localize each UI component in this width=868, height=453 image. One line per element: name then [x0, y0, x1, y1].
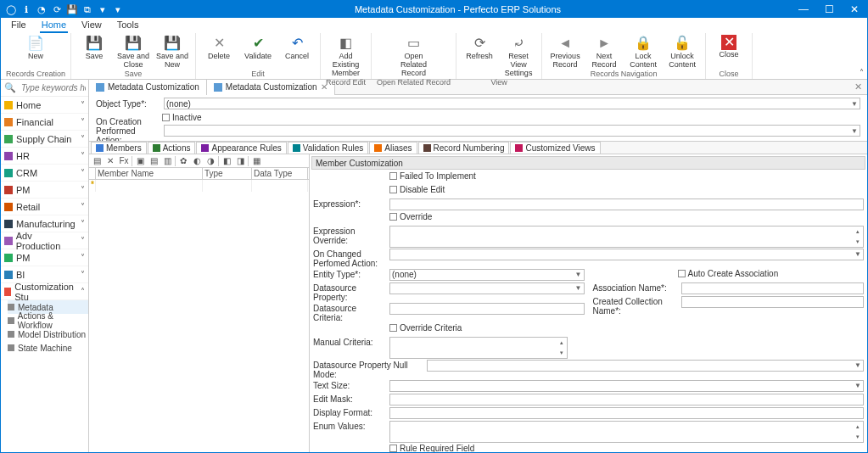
- grid-btn2-icon[interactable]: ▤: [148, 155, 160, 167]
- object-type-field[interactable]: (none) ▼: [164, 98, 860, 109]
- failed-checkbox[interactable]: Failed To Implement: [389, 171, 476, 181]
- chevron-down-icon[interactable]: ▼: [851, 127, 858, 135]
- qat-more-icon[interactable]: ▾: [111, 3, 125, 16]
- delete-button[interactable]: ✕Delete: [201, 35, 237, 61]
- document-tab[interactable]: Metadata Customization: [89, 80, 207, 95]
- grid-btn5-icon[interactable]: ◐: [191, 155, 203, 167]
- chevron-down-icon[interactable]: ▼: [851, 100, 858, 108]
- close-button[interactable]: ✕Close: [711, 35, 747, 59]
- on-creation-field[interactable]: ▼: [164, 125, 860, 137]
- sidebar-item-financial[interactable]: Financial˅: [1, 114, 88, 131]
- sidebar-sub-state[interactable]: State Machine: [8, 341, 88, 355]
- reset-view-button[interactable]: ⤾Reset View Settings: [501, 35, 536, 78]
- rule-required-checkbox[interactable]: Rule Required Field: [389, 444, 474, 452]
- chevron-down-icon[interactable]: ˅: [81, 151, 85, 160]
- sidebar-item-advprod[interactable]: Adv Production˅: [1, 232, 88, 249]
- ds-property-field[interactable]: ▼: [389, 282, 585, 294]
- text-size-field[interactable]: ▼: [389, 380, 864, 392]
- expression-field[interactable]: [389, 199, 864, 210]
- grid-col-header[interactable]: Type: [203, 168, 252, 179]
- subtab-members[interactable]: Members: [91, 142, 147, 154]
- chevron-down-icon[interactable]: ▼: [575, 284, 582, 292]
- subtab-aliases[interactable]: Aliases: [369, 142, 417, 154]
- ds-null-mode-field[interactable]: ▼: [427, 360, 864, 372]
- chevron-down-icon[interactable]: ˅: [81, 270, 85, 279]
- enum-values-field[interactable]: ▴▾: [389, 421, 864, 443]
- menu-tools[interactable]: Tools: [115, 18, 141, 33]
- prev-button[interactable]: ◄Previous Record: [547, 35, 583, 70]
- created-coll-field[interactable]: [681, 296, 865, 308]
- display-format-field[interactable]: [389, 407, 864, 419]
- chevron-down-icon[interactable]: ▼: [854, 382, 861, 389]
- qat-saveall-icon[interactable]: ⧉: [81, 3, 94, 16]
- next-button[interactable]: ►Next Record: [586, 35, 622, 70]
- manual-criteria-field[interactable]: ▴▾: [389, 337, 568, 359]
- chevron-down-icon[interactable]: ▼: [854, 361, 861, 369]
- menu-file[interactable]: File: [9, 18, 28, 33]
- refresh-button[interactable]: ⟳Refresh: [462, 35, 497, 61]
- save-close-button[interactable]: 💾Save and Close: [115, 35, 151, 70]
- qat-clock-icon[interactable]: ◔: [35, 3, 48, 16]
- save-button[interactable]: 💾Save: [76, 35, 112, 61]
- subtab-recnum[interactable]: Record Numbering: [418, 142, 510, 154]
- close-window-button[interactable]: ✕: [842, 1, 867, 18]
- save-new-button[interactable]: 💾Save and New: [154, 35, 190, 70]
- grid-btn9-icon[interactable]: ▦: [250, 155, 262, 167]
- sidebar-item-pm[interactable]: PM˅: [1, 182, 88, 199]
- grid-add-icon[interactable]: ▤: [91, 155, 103, 167]
- grid-delete-icon[interactable]: ✕: [104, 155, 116, 167]
- search-input[interactable]: [20, 82, 87, 93]
- chevron-down-icon[interactable]: ˅: [81, 117, 85, 126]
- unlock-button[interactable]: 🔓Unlock Content: [664, 35, 700, 70]
- chevron-down-icon[interactable]: ˅: [81, 236, 85, 245]
- validate-button[interactable]: ✔Validate: [240, 35, 276, 61]
- edit-mask-field[interactable]: [389, 394, 864, 405]
- sidebar-sub-actions[interactable]: Actions & Workflow: [8, 314, 88, 327]
- sidebar-item-crm[interactable]: CRM˅: [1, 165, 88, 182]
- add-existing-button[interactable]: ◧Add Existing Member: [328, 35, 364, 78]
- grid-btn1-icon[interactable]: ▣: [134, 155, 146, 167]
- close-all-tabs-icon[interactable]: ✕: [849, 81, 867, 92]
- chevron-down-icon[interactable]: ˅: [81, 168, 85, 177]
- chevron-down-icon[interactable]: ˅: [81, 253, 85, 262]
- chevron-down-icon[interactable]: ˅: [81, 185, 85, 194]
- grid-btn8-icon[interactable]: ◨: [234, 155, 246, 167]
- grid-btn3-icon[interactable]: ▥: [161, 155, 173, 167]
- expr-override-field[interactable]: ▴▾: [389, 226, 864, 248]
- qat-save-icon[interactable]: 💾: [65, 3, 79, 16]
- auto-create-checkbox[interactable]: Auto Create Association: [678, 269, 779, 278]
- chevron-down-icon[interactable]: ˅: [81, 219, 85, 228]
- grid-btn6-icon[interactable]: ◑: [204, 155, 216, 167]
- sidebar-sub-model[interactable]: Model Distribution: [8, 327, 88, 341]
- sidebar-item-cust[interactable]: Customization Stu˄: [1, 283, 88, 300]
- assoc-name-field[interactable]: [681, 282, 865, 294]
- grid-col-header[interactable]: Data Type: [252, 168, 308, 179]
- new-button[interactable]: 📄New: [18, 35, 53, 61]
- ribbon-collapse-icon[interactable]: ˄: [860, 68, 864, 77]
- cancel-button[interactable]: ↶Cancel: [279, 35, 315, 61]
- qat-refresh-icon[interactable]: ⟳: [50, 3, 64, 16]
- maximize-button[interactable]: ☐: [816, 1, 842, 18]
- menu-home[interactable]: Home: [40, 18, 68, 33]
- inactive-checkbox[interactable]: Inactive: [162, 113, 201, 122]
- ds-criteria-field[interactable]: [389, 303, 585, 315]
- chevron-down-icon[interactable]: ▼: [575, 271, 582, 278]
- menu-view[interactable]: View: [80, 18, 104, 33]
- open-related-button[interactable]: ▭Open Related Record: [396, 35, 432, 78]
- subtab-apprules[interactable]: Appearance Rules: [196, 142, 286, 154]
- subtab-actions[interactable]: Actions: [148, 142, 196, 154]
- chevron-down-icon[interactable]: ˅: [81, 100, 85, 109]
- grid-col-header[interactable]: Member Name: [96, 168, 203, 179]
- override-criteria-checkbox[interactable]: Override Criteria: [389, 323, 462, 333]
- subtab-custviews[interactable]: Customized Views: [510, 142, 600, 154]
- sidebar-item-pm2[interactable]: PM˅: [1, 249, 88, 266]
- grid-btn4-icon[interactable]: ✿: [177, 155, 189, 167]
- sidebar-item-home[interactable]: Home˅: [1, 97, 88, 114]
- sidebar-item-retail[interactable]: Retail˅: [1, 199, 88, 215]
- grid-fx-icon[interactable]: Fx: [118, 155, 130, 167]
- on-changed-field[interactable]: ▼: [389, 249, 864, 260]
- document-tab[interactable]: Metadata Customization✕: [207, 80, 335, 95]
- grid-new-row[interactable]: *: [89, 180, 309, 192]
- entity-type-field[interactable]: (none)▼: [389, 269, 585, 281]
- sidebar-item-hr[interactable]: HR˅: [1, 148, 88, 165]
